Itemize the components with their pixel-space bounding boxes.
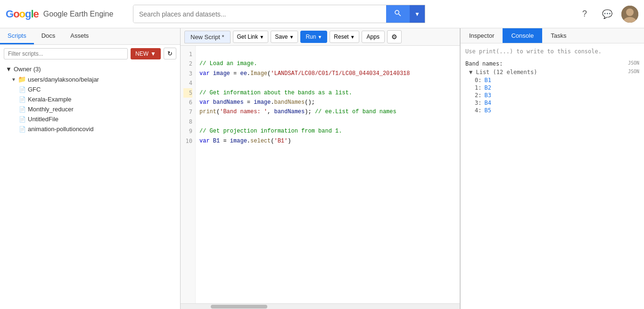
main-layout: Scripts Docs Assets NEW ▼ ↻ ▼ Owner (3) …	[0, 28, 644, 309]
search-button[interactable]	[386, 5, 410, 23]
console-hint: Use print(...) to write to this console.	[465, 48, 639, 55]
scripts-filter-input[interactable]	[4, 48, 128, 59]
file-gfc[interactable]: 📄 GFC	[0, 84, 180, 94]
google-logo: Google	[6, 8, 39, 20]
new-script-button[interactable]: NEW ▼	[131, 48, 161, 59]
tab-scripts[interactable]: Scripts	[0, 28, 34, 44]
scripts-filter-row: NEW ▼ ↻	[0, 45, 180, 62]
earth-engine-label: Google Earth Engine	[43, 10, 114, 18]
list-item-2: 2: B3	[469, 92, 639, 99]
reset-button[interactable]: Reset▼	[330, 31, 359, 43]
list-item-1: 1: B2	[469, 84, 639, 92]
apps-button[interactable]: Apps	[362, 31, 385, 43]
band-names-section: Band names: JSON ▼ List (12 elements) JS…	[465, 60, 639, 114]
file-kerala[interactable]: 📄 Kerala-Example	[0, 94, 180, 104]
nav-right: ? 💬	[576, 6, 638, 23]
search-input[interactable]	[133, 5, 386, 23]
notifications-button[interactable]: 💬	[599, 6, 616, 23]
run-button[interactable]: Run▼	[300, 31, 327, 43]
horizontal-scrollbar[interactable]	[181, 303, 460, 309]
left-tabs: Scripts Docs Assets	[0, 28, 180, 45]
tab-console[interactable]: Console	[503, 28, 542, 43]
search-dropdown-button[interactable]: ▼	[410, 5, 425, 23]
logo-area: Google Google Earth Engine	[6, 8, 128, 20]
settings-button[interactable]: ⚙	[387, 30, 402, 43]
band-names-label: Band names: JSON	[465, 60, 639, 67]
editor-toolbar: New Script * Get Link▼ Save▼ Run▼ Reset▼…	[181, 28, 460, 46]
save-button[interactable]: Save▼	[271, 31, 298, 43]
right-tabs: Inspector Console Tasks	[461, 28, 644, 43]
list-header[interactable]: ▼ List (12 elements) JSON	[469, 69, 639, 75]
tab-inspector[interactable]: Inspector	[461, 28, 503, 43]
top-nav: Google Google Earth Engine ▼ ? 💬	[0, 0, 644, 28]
list-item-3: 3: B4	[469, 99, 639, 107]
refresh-button[interactable]: ↻	[164, 48, 176, 59]
tab-docs[interactable]: Docs	[34, 28, 63, 44]
svg-point-1	[626, 8, 634, 16]
list-json-badge[interactable]: JSON	[628, 69, 639, 75]
file-animation[interactable]: 📄 animation-pollutioncovid	[0, 124, 180, 134]
tab-tasks[interactable]: Tasks	[542, 28, 575, 43]
file-untitled[interactable]: 📄 UntitledFile	[0, 114, 180, 124]
help-button[interactable]: ?	[576, 6, 593, 23]
console-content: Use print(...) to write to this console.…	[461, 43, 644, 309]
code-editor[interactable]: 12345678910 // Load an image. var image …	[181, 46, 460, 303]
line-numbers: 12345678910	[181, 46, 196, 303]
right-panel: Inspector Console Tasks Use print(...) t…	[460, 28, 644, 309]
center-panel: New Script * Get Link▼ Save▼ Run▼ Reset▼…	[181, 28, 460, 309]
band-names-json-badge[interactable]: JSON	[628, 60, 639, 67]
list-item-0: 0: B1	[469, 76, 639, 84]
tab-assets[interactable]: Assets	[63, 28, 96, 44]
get-link-button[interactable]: Get Link▼	[233, 31, 269, 43]
scripts-tree: ▼ Owner (3) ▼ 📁 users/danylaksono/belaja…	[0, 62, 180, 309]
code-content[interactable]: // Load an image. var image = ee.Image('…	[196, 46, 460, 303]
list-item-4: 4: B5	[469, 107, 639, 114]
user-folder[interactable]: ▼ 📁 users/danylaksono/belajar	[0, 74, 180, 84]
user-avatar[interactable]	[621, 6, 638, 23]
new-script-tab[interactable]: New Script *	[184, 31, 231, 43]
owner-folder[interactable]: ▼ Owner (3)	[0, 64, 180, 74]
left-panel: Scripts Docs Assets NEW ▼ ↻ ▼ Owner (3) …	[0, 28, 181, 309]
console-list: ▼ List (12 elements) JSON 0: B1 1: B2 2:…	[469, 69, 639, 114]
search-bar: ▼	[133, 5, 425, 23]
file-monthly-reducer[interactable]: 📄 Monthly_reducer	[0, 104, 180, 114]
